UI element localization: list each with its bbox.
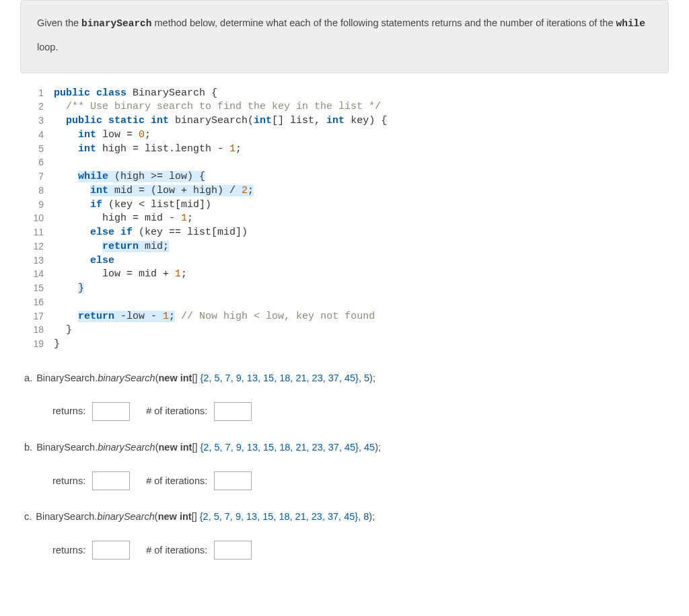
call-array: {2, 5, 7, 9, 13, 15, 18, 21, 23, 37, 45} <box>201 373 359 383</box>
iterations-label: # of iterations: <box>146 473 207 489</box>
prompt-text-suffix: loop. <box>37 42 58 52</box>
answer-row: returns:# of iterations: <box>52 541 665 560</box>
answer-row: returns:# of iterations: <box>52 402 665 421</box>
iterations-input[interactable] <box>214 541 252 560</box>
returns-input[interactable] <box>92 471 130 490</box>
call-brackets: [] <box>192 442 197 453</box>
question-letter: b. <box>24 442 32 453</box>
call-new-int: new int <box>158 373 192 383</box>
prompt-code-while: while <box>616 18 645 29</box>
prompt-text-prefix: Given the <box>37 17 81 28</box>
call-method: binarySearch <box>98 442 155 453</box>
call-new-int: new int <box>158 442 192 453</box>
answer-row: returns:# of iterations: <box>52 471 665 490</box>
question-item: b. BinarySearch.binarySearch(new int[] {… <box>24 440 665 490</box>
iterations-label: # of iterations: <box>146 403 207 419</box>
question-item: a. BinarySearch.binarySearch(new int[] {… <box>24 371 665 421</box>
call-class: BinarySearch. <box>36 442 98 453</box>
code-listing: 1public class BinarySearch { 2 /** Use b… <box>24 87 689 352</box>
question-prompt: Given the binarySearch method below, det… <box>20 0 669 73</box>
call-method: binarySearch <box>98 373 155 383</box>
returns-label: returns: <box>52 473 85 489</box>
question-call: c. BinarySearch.binarySearch(new int[] {… <box>24 509 665 525</box>
call-class: BinarySearch. <box>36 373 98 383</box>
iterations-input[interactable] <box>214 471 252 490</box>
iterations-label: # of iterations: <box>146 543 207 558</box>
question-item: c. BinarySearch.binarySearch(new int[] {… <box>24 509 665 560</box>
call-brackets: [] <box>192 511 197 522</box>
call-new-int: new int <box>158 511 192 522</box>
question-call: a. BinarySearch.binarySearch(new int[] {… <box>24 371 665 386</box>
prompt-code-binarysearch: binarySearch <box>81 18 151 29</box>
returns-input[interactable] <box>92 402 130 421</box>
question-call: b. BinarySearch.binarySearch(new int[] {… <box>24 440 665 455</box>
prompt-text-mid: method below, determine what each of the… <box>152 17 616 28</box>
call-array: {2, 5, 7, 9, 13, 15, 18, 21, 23, 37, 45} <box>200 511 358 522</box>
iterations-input[interactable] <box>214 402 252 421</box>
call-brackets: [] <box>192 373 197 383</box>
call-key: 8 <box>363 511 369 522</box>
question-letter: a. <box>24 373 32 383</box>
call-class: BinarySearch. <box>36 511 97 522</box>
call-method: binarySearch <box>97 511 154 522</box>
returns-label: returns: <box>52 543 85 558</box>
returns-label: returns: <box>52 403 85 419</box>
call-key: 45 <box>364 442 375 453</box>
returns-input[interactable] <box>92 541 130 560</box>
call-key: 5 <box>364 373 369 383</box>
call-array: {2, 5, 7, 9, 13, 15, 18, 21, 23, 37, 45} <box>201 442 359 453</box>
question-letter: c. <box>24 511 32 522</box>
